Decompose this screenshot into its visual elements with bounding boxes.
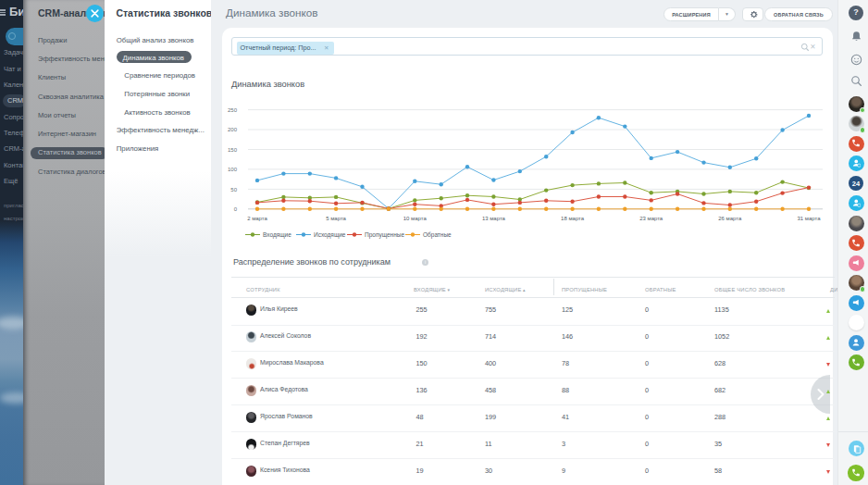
svg-text:Входящие: Входящие (263, 231, 291, 239)
svg-text:Исходящие: Исходящие (314, 231, 346, 239)
svg-text:Обратные: Обратные (423, 231, 452, 239)
svg-text:Пропущенные: Пропущенные (365, 231, 404, 239)
